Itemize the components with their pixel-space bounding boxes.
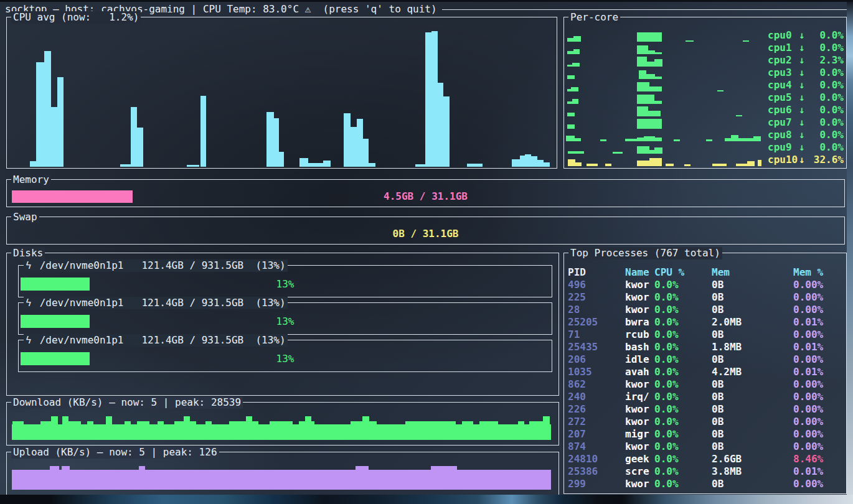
- core-sparkline: [566, 54, 768, 67]
- chart-bar: [649, 86, 662, 91]
- disk-usage-gauge: 13%: [21, 278, 550, 291]
- disk-usage-text: /dev/nvme0n1p1 121.4GB / 931.5GB (13%): [40, 259, 286, 272]
- process-table: PIDNameCPU %MemMem %496kwor0.0%0B0.00%22…: [568, 266, 844, 490]
- chart-bar: [731, 135, 738, 141]
- disk-title: ϟ/dev/nvme0n1p1 121.4GB / 931.5GB (13%): [24, 259, 288, 272]
- chart-bar: [62, 466, 70, 490]
- process-mem-percent: 0.00%: [793, 441, 844, 453]
- process-mem: 3.8MB: [712, 465, 793, 478]
- chart-bar: [637, 146, 649, 154]
- chart-bar: [323, 161, 331, 167]
- process-mem-percent: 0.00%: [793, 416, 844, 428]
- process-mem: 0B: [712, 403, 793, 416]
- disk-percent-label: 13%: [21, 352, 550, 365]
- disk-item: ϟ/dev/nvme0n1p1 121.4GB / 931.5GB (13%)1…: [18, 302, 552, 335]
- chart-bar: [51, 416, 58, 440]
- chart-bar: [467, 164, 483, 167]
- mem-header: Mem: [712, 266, 793, 279]
- chart-bar: [137, 421, 149, 440]
- process-pid: 25205: [568, 316, 625, 329]
- process-name: bash: [625, 341, 654, 353]
- chart-bar: [229, 421, 246, 440]
- cpu-avg-panel-title: CPU avg (now: 1.2%): [11, 11, 141, 24]
- chart-bar: [12, 421, 24, 440]
- memory-panel: Memory 4.5GB / 31.1GB: [6, 179, 845, 207]
- chart-bar: [736, 164, 747, 166]
- process-cpu: 0.0%: [654, 465, 712, 478]
- disk-percent-label: 13%: [21, 315, 550, 328]
- core-sparkline: [566, 141, 768, 154]
- process-table-header: PIDNameCPU %MemMem %: [568, 266, 844, 279]
- table-row: 226kwor0.0%0B0.00%: [568, 403, 844, 416]
- chart-bar: [252, 421, 258, 440]
- memory-panel-title: Memory: [11, 174, 51, 186]
- process-mem-percent: 8.46%: [793, 453, 844, 465]
- process-mem: 0B: [712, 353, 793, 366]
- chart-bar: [637, 119, 662, 129]
- core-name: cpu0: [768, 29, 799, 42]
- process-name: kwor: [625, 279, 654, 291]
- chart-bar: [139, 466, 145, 490]
- process-cpu: 0.0%: [654, 391, 712, 403]
- table-row: 225kwor0.0%0B0.00%: [568, 291, 844, 304]
- chart-bar: [512, 159, 520, 167]
- chart-bar: [274, 118, 279, 167]
- process-mem: 0B: [712, 329, 793, 341]
- chart-bar: [51, 107, 57, 167]
- core-sparkline: [566, 104, 768, 116]
- process-pid: 25435: [568, 341, 625, 353]
- chart-bar: [443, 96, 450, 167]
- core-usage-value: 0.0%: [806, 141, 844, 154]
- arrow-down-icon: ↓: [799, 54, 806, 67]
- arrow-down-icon: ↓: [799, 79, 806, 91]
- table-row: 25386scre0.0%3.8MB0.01%: [568, 465, 844, 478]
- disk-power-icon: ϟ: [26, 297, 32, 309]
- cpu-avg-panel: CPU avg (now: 1.2%): [6, 17, 557, 169]
- chart-bar: [190, 421, 196, 440]
- upload-panel-title: Upload (KB/s) — now: 5 | peak: 126: [11, 446, 219, 459]
- process-cpu: 0.0%: [654, 341, 712, 353]
- process-mem: 0B: [712, 478, 793, 490]
- core-usage-value: 0.0%: [806, 129, 844, 141]
- process-mem-percent: 0.00%: [793, 329, 844, 341]
- chart-bar: [200, 96, 206, 167]
- core-usage-value: 0.0%: [806, 116, 844, 129]
- chart-bar: [753, 136, 761, 141]
- upload-chart: [12, 462, 552, 490]
- core-name: cpu1: [768, 42, 799, 54]
- process-mem: 0B: [712, 441, 793, 453]
- chart-bar: [529, 421, 543, 440]
- chart-bar: [305, 416, 311, 440]
- process-mem-percent: 0.00%: [793, 403, 844, 416]
- chart-bar: [637, 106, 648, 116]
- process-pid: 496: [568, 279, 625, 291]
- disk-usage-text: /dev/nvme0n1p1 121.4GB / 931.5GB (13%): [40, 334, 286, 347]
- chart-bar: [573, 49, 580, 54]
- process-name: geek: [625, 453, 654, 465]
- swap-panel-title: Swap: [11, 211, 39, 223]
- chart-bar: [62, 416, 68, 440]
- process-mem-percent: 0.00%: [793, 378, 844, 391]
- table-row: 299kwor0.0%0B0.00%: [568, 478, 844, 490]
- disk-item: ϟ/dev/nvme0n1p1 121.4GB / 931.5GB (13%)1…: [18, 340, 552, 372]
- arrow-down-icon: ↓: [799, 29, 806, 42]
- process-pid: 225: [568, 291, 625, 304]
- chart-bar: [575, 162, 582, 166]
- core-row: cpu0↓0.0%: [566, 29, 844, 42]
- arrow-down-icon: ↓: [799, 116, 806, 129]
- chart-bar: [184, 416, 190, 440]
- process-cpu: 0.0%: [654, 428, 712, 441]
- process-name: rcub: [625, 329, 654, 341]
- process-mem-percent: 0.01%: [793, 366, 844, 378]
- core-sparkline: [566, 29, 768, 42]
- per-core-panel-title: Per-core: [568, 11, 620, 24]
- core-name: cpu3: [768, 67, 799, 79]
- arrow-down-icon: ↓: [799, 154, 806, 166]
- table-row: 206idle0.0%0B0.00%: [568, 353, 844, 366]
- core-row: cpu6↓0.0%: [566, 104, 844, 116]
- process-mem-percent: 0.01%: [793, 316, 844, 329]
- chart-bar: [637, 32, 662, 42]
- disk-title: ϟ/dev/nvme0n1p1 121.4GB / 931.5GB (13%): [24, 297, 288, 309]
- wallpaper-bottom-edge: [0, 495, 853, 504]
- desktop: { "colors": { "cyan_bars": "#8de8fa", "g…: [0, 0, 853, 504]
